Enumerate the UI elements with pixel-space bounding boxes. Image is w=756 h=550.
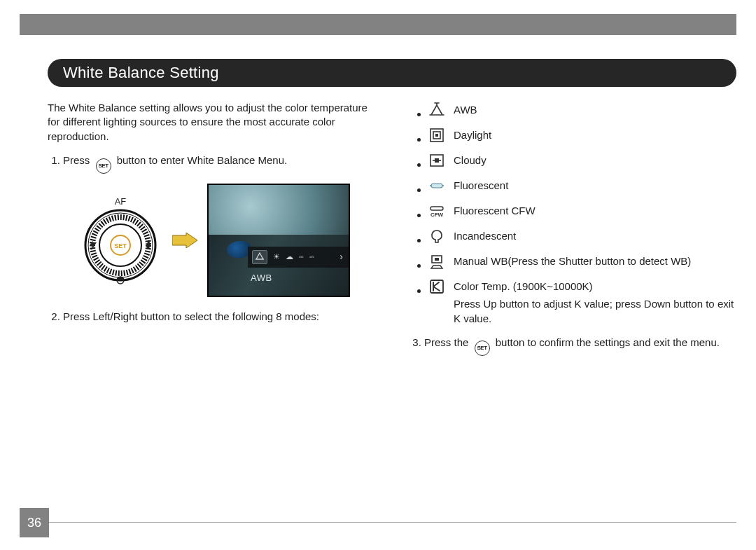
- fluorescent-icon: [428, 178, 445, 193]
- chevron-right-icon: ›: [340, 250, 343, 263]
- manual-wb-icon: [428, 254, 445, 269]
- step-2: Press Left/Right button to select the fo…: [63, 310, 375, 324]
- arrow-right-icon: [172, 233, 197, 248]
- lcd-mode-label: AWB: [251, 272, 272, 284]
- step-1-text-a: Press: [63, 154, 90, 166]
- camera-lcd-preview: ☀ ☁ ⎓ ⎓ › AWB: [207, 184, 350, 297]
- svg-rect-21: [430, 280, 443, 293]
- list-item-fluorescent: Fluorescent: [428, 178, 736, 193]
- daylight-icon: [428, 128, 445, 143]
- header-bar: [20, 14, 736, 35]
- color-temp-sub: Press Up button to adjust K value; press…: [454, 296, 736, 326]
- mode-label: Fluorescent: [454, 178, 736, 193]
- wb-mode-strip: ☀ ☁ ⎓ ⎓ ›: [248, 247, 349, 268]
- svg-text:CFW: CFW: [430, 212, 444, 218]
- svg-rect-17: [430, 207, 443, 210]
- dial-af-label: AF: [115, 196, 127, 207]
- step-3-text-a: Press the: [424, 336, 468, 348]
- wb-modes-list: AWB Daylight Cloudy Fluorescent: [428, 102, 736, 326]
- list-item-incandescent: Incandescent: [428, 228, 736, 244]
- section-heading: White Balance Setting: [48, 59, 736, 87]
- svg-marker-6: [172, 233, 197, 248]
- incandescent-icon: [428, 228, 445, 244]
- wb-strip-cloud-icon: ☁: [286, 252, 293, 262]
- figure: AF: [78, 184, 375, 297]
- list-item-cloudy: Cloudy: [428, 153, 736, 168]
- left-column: The White Balance setting allows you to …: [48, 97, 392, 494]
- intro-paragraph: The White Balance setting allows you to …: [48, 101, 375, 144]
- wb-strip-awb-icon: [252, 250, 267, 264]
- list-item-awb: AWB: [428, 102, 736, 118]
- control-dial-illustration: AF: [78, 195, 162, 286]
- wb-strip-fl-icon: ⎓: [299, 252, 304, 262]
- steps-list-right: Press the SET button to confirm the sett…: [424, 336, 736, 356]
- color-temp-icon: [428, 279, 445, 294]
- set-button-icon: SET: [475, 341, 490, 356]
- svg-rect-20: [435, 258, 439, 261]
- right-column: AWB Daylight Cloudy Fluorescent: [392, 97, 736, 494]
- page-number: 36: [20, 508, 49, 537]
- cloudy-icon: [428, 153, 445, 168]
- set-button-icon: SET: [96, 158, 111, 174]
- mode-label: Color Temp. (1900K~10000K) Press Up butt…: [454, 279, 736, 326]
- svg-rect-11: [435, 158, 439, 163]
- list-item-fluorescent-cfw: CFW Fluorescent CFW: [428, 203, 736, 219]
- step-3-text-b: button to confirm the settings and exit …: [496, 336, 720, 348]
- awb-icon: [428, 102, 445, 118]
- list-item-daylight: Daylight: [428, 128, 736, 143]
- step-2-text: Press Left/Right button to select the fo…: [63, 310, 319, 322]
- step-3: Press the SET button to confirm the sett…: [424, 336, 736, 356]
- wb-strip-fl2-icon: ⎓: [309, 252, 314, 262]
- heading-text: White Balance Setting: [63, 64, 219, 82]
- wb-strip-sun-icon: ☀: [273, 252, 280, 262]
- steps-list-left: Press SET button to enter White Balance …: [63, 153, 375, 324]
- mode-label: Cloudy: [454, 153, 736, 167]
- list-item-color-temp: Color Temp. (1900K~10000K) Press Up butt…: [428, 279, 736, 326]
- mode-label: Daylight: [454, 128, 736, 142]
- page-number-text: 36: [27, 516, 41, 530]
- footer-rule: [49, 522, 736, 523]
- fluorescent-cfw-icon: CFW: [428, 203, 445, 219]
- mode-label: Incandescent: [454, 228, 736, 243]
- step-1-text-b: button to enter White Balance Menu.: [117, 154, 287, 166]
- mode-label: Fluorescent CFW: [454, 203, 736, 218]
- mode-label: AWB: [454, 102, 736, 117]
- color-temp-label: Color Temp. (1900K~10000K): [454, 280, 593, 292]
- svg-rect-9: [435, 134, 438, 137]
- mode-label: Manual WB(Press the Shutter button to de…: [454, 254, 736, 268]
- list-item-manual-wb: Manual WB(Press the Shutter button to de…: [428, 254, 736, 269]
- content-area: The White Balance setting allows you to …: [48, 97, 736, 494]
- bird-subject: [227, 241, 251, 258]
- step-1: Press SET button to enter White Balance …: [63, 153, 375, 297]
- svg-rect-14: [431, 184, 442, 188]
- dial-set-label: SET: [114, 242, 127, 249]
